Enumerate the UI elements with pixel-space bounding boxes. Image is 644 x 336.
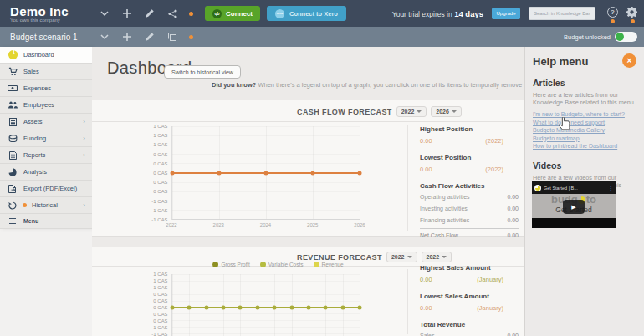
- company-subtitle: You own this company: [10, 18, 92, 23]
- share-icon[interactable]: [166, 8, 178, 19]
- lowest-position-value: 0.00: [420, 165, 432, 173]
- articles-description: Here are a few articles from our Knowled…: [533, 91, 636, 106]
- chevron-down-icon: [452, 110, 457, 113]
- legend-item-gross-profit[interactable]: Gross Profit: [212, 262, 249, 267]
- chevron-right-icon: ›: [83, 151, 85, 159]
- revenue-stats-panel: Highest Sales Amount 0.00(January) Lowes…: [420, 264, 520, 336]
- sidebar-item-label: Funding: [23, 135, 46, 142]
- play-button-icon[interactable]: ▶: [563, 200, 585, 214]
- article-link[interactable]: How to print/read the Dashboard: [533, 142, 636, 150]
- cashflow-year-from-dropdown[interactable]: 2022: [396, 106, 427, 117]
- building-icon: [7, 118, 18, 126]
- highest-position-label: Highest Position: [420, 125, 520, 133]
- highest-position-period: (2022): [485, 137, 503, 145]
- sidebar-item-label: Assets: [23, 118, 43, 125]
- activity-row: Investing activities0.00: [420, 206, 519, 211]
- legend-dot: [314, 262, 319, 267]
- sidebar-item-label: Reports: [23, 151, 45, 159]
- sidebar-item-expenses[interactable]: Expenses: [0, 80, 92, 97]
- divider: [407, 125, 408, 231]
- chevron-down-icon: [417, 110, 422, 113]
- trial-days: 14 days: [454, 9, 483, 18]
- legend-dot: [260, 262, 266, 267]
- highest-sales-period: (January): [477, 276, 503, 283]
- divider: [92, 121, 524, 122]
- cashflow-y-axis: 1 CA$1 CA$1 CA$0 CA$0 CA$0 CA$0 CA$0 CA$…: [146, 126, 171, 220]
- budget-lock-toggle[interactable]: [615, 32, 637, 42]
- legend-item-variable-costs[interactable]: Variable Costs: [260, 262, 304, 267]
- edit-company-icon[interactable]: [144, 8, 156, 19]
- cashflow-activities-title: Cash Flow Activities: [420, 182, 520, 190]
- sidebar-item-employees[interactable]: Employees: [0, 97, 92, 114]
- video-title: Get Started | B...: [544, 186, 606, 191]
- sidebar-item-label: Sales: [23, 68, 39, 75]
- edit-scenario-icon[interactable]: [144, 31, 156, 43]
- article-link[interactable]: I'm new to Budgeto, where to start?: [533, 110, 636, 119]
- revenue-forecast-card: REVENUE FORECAST 2022 2022 Gross Profit …: [92, 247, 524, 336]
- cashflow-year-to-dropdown[interactable]: 2026: [431, 106, 462, 117]
- export-icon: [7, 185, 18, 193]
- help-question-icon[interactable]: ?: [607, 7, 618, 18]
- cashflow-x-axis: 20222023202420252026: [171, 222, 360, 231]
- article-link[interactable]: Budgeto roadmap: [533, 135, 636, 143]
- duplicate-scenario-icon[interactable]: [166, 31, 178, 43]
- lowest-sales-period: (January): [477, 304, 503, 312]
- company-dropdown-chevron-icon[interactable]: [99, 8, 110, 19]
- highest-sales-value: 0.00: [420, 276, 432, 283]
- sidebar-item-reports[interactable]: Reports ›: [0, 147, 92, 164]
- get-started-video-thumbnail[interactable]: Get Started | B... ⋮ budgto Get Started …: [532, 181, 616, 228]
- videos-heading: Videos: [533, 160, 636, 171]
- upgrade-button[interactable]: Upgrade: [492, 8, 520, 19]
- trial-expiry-text: Your trial expires in 14 days: [392, 9, 483, 18]
- lowest-sales-value: 0.00: [420, 304, 432, 312]
- company-name: Demo Inc: [10, 5, 92, 18]
- cashflow-forecast-title: CASH FLOW FORECAST: [297, 108, 392, 116]
- video-title-bar: Get Started | B... ⋮: [532, 181, 616, 194]
- sidebar-item-analysis[interactable]: Analysis: [0, 164, 92, 181]
- scenario-dropdown-chevron-icon[interactable]: [99, 31, 110, 43]
- sidebar-item-assets[interactable]: Assets ›: [0, 114, 92, 130]
- sidebar-item-dashboard[interactable]: Dashboard: [0, 47, 92, 64]
- knowledge-base-search-input[interactable]: [529, 7, 595, 20]
- company-block: Demo Inc You own this company: [10, 5, 92, 23]
- sales-row: Sales0.00: [420, 333, 519, 336]
- scenario-title: Budget scenario 1: [10, 33, 92, 42]
- highest-position-value: 0.00: [420, 137, 432, 145]
- chevron-right-icon: ›: [83, 201, 85, 209]
- connect-label: Connect: [226, 10, 253, 18]
- add-company-icon[interactable]: [121, 8, 133, 19]
- coins-icon: [7, 135, 18, 143]
- cashflow-stats-panel: Highest Position 0.00(2022) Lowest Posit…: [420, 125, 520, 244]
- budgeto-logo-icon: [534, 185, 541, 191]
- sidebar-item-historical[interactable]: Historical ›: [0, 197, 92, 214]
- article-link[interactable]: What to do if I need support: [533, 119, 636, 127]
- connect-quickbooks-button[interactable]: qb Connect: [205, 6, 260, 21]
- sidebar-item-menu[interactable]: Menu: [0, 214, 92, 229]
- sidebar-item-export[interactable]: Export (PDF/Excel): [0, 181, 92, 197]
- article-link[interactable]: Budgeto Multimedia Gallery: [533, 126, 636, 135]
- help-menu-title: Help menu: [533, 55, 636, 68]
- add-scenario-icon[interactable]: [121, 31, 133, 43]
- settings-notification-dot: [631, 19, 635, 23]
- revenue-year-to-dropdown[interactable]: 2022: [422, 252, 452, 262]
- close-icon[interactable]: ×: [622, 53, 636, 68]
- legend-item-revenue[interactable]: Revenue: [314, 262, 344, 267]
- sidebar-item-funding[interactable]: Funding ›: [0, 130, 92, 147]
- cart-icon: [7, 67, 18, 76]
- revenue-year-from-dropdown[interactable]: 2022: [386, 252, 417, 262]
- hamburger-menu-icon: [7, 218, 18, 224]
- chevron-down-icon: [442, 256, 447, 258]
- top-header-bar: Demo Inc You own this company qb Connect…: [0, 0, 644, 27]
- highest-sales-label: Highest Sales Amount: [420, 264, 520, 272]
- connect-xero-button[interactable]: xero Connect to Xero: [267, 6, 346, 21]
- sidebar-item-sales[interactable]: Sales: [0, 64, 92, 80]
- cashflow-chart: 1 CA$1 CA$1 CA$0 CA$0 CA$0 CA$0 CA$0 CA$…: [146, 126, 360, 220]
- articles-heading: Articles: [533, 78, 636, 88]
- sidebar-item-label: Employees: [23, 101, 54, 109]
- revenue-y-axis: 1 CA$1 CA$1 CA$0 CA$0 CA$0 CA$0 CA$0 CA$…: [146, 274, 171, 336]
- activity-row: Operating activities0.00: [420, 194, 519, 200]
- switch-historical-view-button[interactable]: Switch to historical view: [164, 65, 241, 79]
- scenario-notification-dot: [189, 35, 193, 39]
- historical-notification-dot: [23, 203, 27, 207]
- legend-dot: [212, 262, 218, 267]
